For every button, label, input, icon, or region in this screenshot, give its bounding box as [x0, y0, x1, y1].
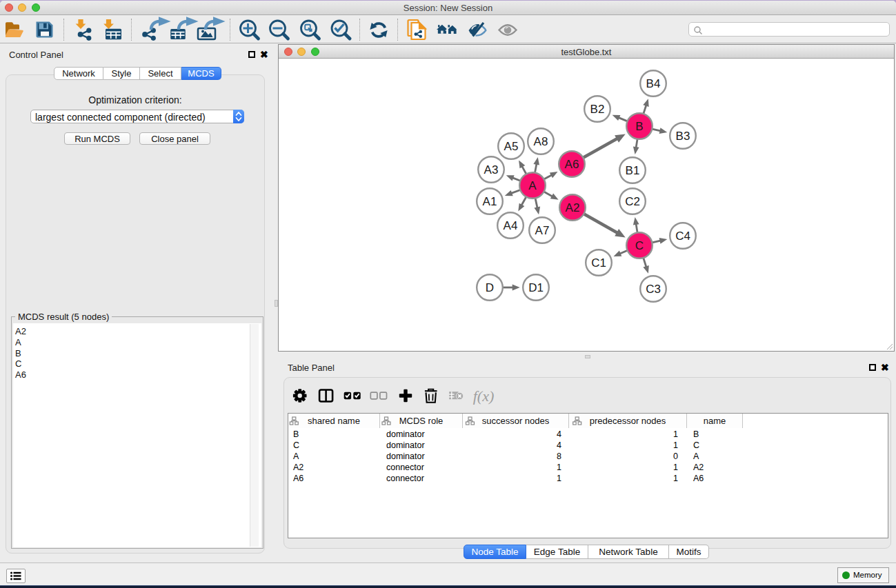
- svg-text:B2: B2: [590, 103, 605, 116]
- svg-text:A7: A7: [535, 224, 550, 237]
- svg-text:A: A: [528, 179, 537, 192]
- svg-text:D: D: [486, 281, 494, 294]
- svg-text:A4: A4: [504, 219, 518, 232]
- svg-text:A1: A1: [483, 195, 497, 208]
- svg-text:A3: A3: [484, 163, 499, 176]
- svg-text:D1: D1: [528, 281, 544, 294]
- svg-text:A6: A6: [565, 158, 579, 171]
- svg-text:f(x): f(x): [473, 387, 495, 405]
- svg-text:B4: B4: [646, 77, 661, 90]
- svg-text:C4: C4: [675, 230, 690, 243]
- svg-text:C3: C3: [646, 283, 661, 296]
- svg-text:C1: C1: [591, 256, 606, 270]
- svg-text:B3: B3: [676, 130, 690, 143]
- svg-text:A5: A5: [504, 140, 519, 153]
- svg-text:C2: C2: [625, 195, 640, 208]
- svg-text:B1: B1: [626, 164, 640, 177]
- svg-text:B: B: [635, 120, 643, 133]
- svg-text:A2: A2: [566, 201, 580, 214]
- svg-text:A8: A8: [534, 135, 548, 148]
- svg-text:C: C: [635, 239, 644, 252]
